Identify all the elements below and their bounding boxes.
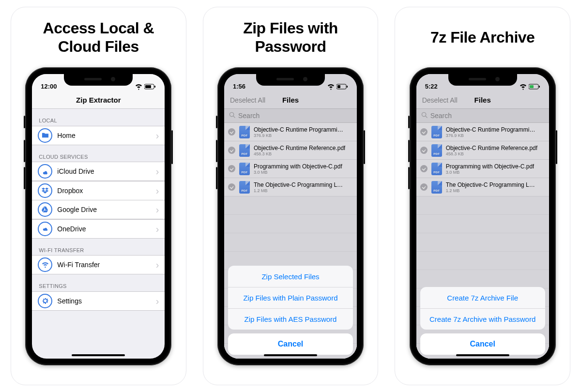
showcase-panel-3: 7z File Archive 5:22 Deselect All Files … bbox=[395, 7, 570, 385]
status-time: 12:00 bbox=[41, 83, 57, 90]
pdf-icon bbox=[431, 144, 442, 157]
nav-bar: Deselect All Files bbox=[224, 91, 357, 109]
file-name: Programming with Objective-C.pdf bbox=[446, 163, 535, 170]
row-label: Dropbox bbox=[57, 187, 151, 195]
nav-title: Files bbox=[282, 96, 299, 104]
battery-icon bbox=[529, 83, 540, 90]
sheet-cancel-button[interactable]: Cancel bbox=[228, 333, 353, 355]
nav-title: Files bbox=[474, 96, 491, 104]
row-wifi-transfer[interactable]: Wi-Fi Transfer › bbox=[32, 255, 165, 274]
section-header-cloud: CLOUD SERVICES bbox=[32, 145, 165, 162]
sheet-option-7z-password[interactable]: Create 7z Archive with Password bbox=[420, 308, 545, 330]
row-home[interactable]: Home › bbox=[32, 126, 165, 145]
sheet-option-7z[interactable]: Create 7z Archive File bbox=[420, 287, 545, 308]
check-icon[interactable] bbox=[420, 128, 428, 136]
search-placeholder: Search bbox=[238, 112, 260, 120]
nav-bar: Zip Extractor bbox=[32, 91, 165, 109]
battery-icon bbox=[336, 83, 348, 90]
search-bar[interactable]: Search bbox=[224, 109, 357, 123]
home-indicator[interactable] bbox=[72, 354, 125, 356]
file-name: Objective-C Runtime Reference.pdf bbox=[446, 145, 537, 151]
action-sheet: Create 7z Archive File Create 7z Archive… bbox=[416, 283, 549, 359]
file-size: 3.0 MB bbox=[254, 170, 342, 175]
status-time: 5:22 bbox=[425, 83, 438, 90]
file-size: 458.3 KB bbox=[446, 151, 537, 156]
file-row[interactable]: Objective-C Runtime Reference.pdf458.3 K… bbox=[224, 141, 357, 160]
battery-icon bbox=[144, 83, 156, 90]
chevron-right-icon: › bbox=[156, 205, 159, 214]
chevron-right-icon: › bbox=[156, 296, 159, 306]
file-row[interactable]: Programming with Objective-C.pdf3.0 MB bbox=[416, 160, 549, 178]
file-row[interactable]: Programming with Objective-C.pdf3.0 MB bbox=[224, 160, 357, 178]
section-header-settings: SETTINGS bbox=[32, 274, 165, 291]
chevron-right-icon: › bbox=[156, 186, 159, 196]
phone-frame: 5:22 Deselect All Files Search Objective… bbox=[410, 67, 556, 365]
home-indicator[interactable] bbox=[456, 354, 509, 356]
file-name: Objective-C Runtime Reference.pdf bbox=[254, 145, 345, 151]
file-name: The Objective-C Programming Lan… bbox=[254, 181, 346, 188]
status-time: 1:56 bbox=[233, 83, 245, 90]
search-icon bbox=[229, 112, 235, 120]
check-icon[interactable] bbox=[228, 165, 235, 172]
row-settings[interactable]: Settings › bbox=[32, 291, 165, 311]
row-label: Google Drive bbox=[57, 206, 151, 213]
chevron-right-icon: › bbox=[156, 131, 159, 140]
wifi-icon bbox=[38, 257, 52, 272]
home-indicator[interactable] bbox=[264, 354, 317, 356]
sheet-cancel-button[interactable]: Cancel bbox=[420, 333, 545, 355]
panel-caption: 7z File Archive bbox=[430, 18, 535, 58]
pdf-icon bbox=[239, 144, 250, 157]
row-label: Settings bbox=[57, 297, 151, 305]
check-icon[interactable] bbox=[420, 147, 428, 154]
row-label: Wi-Fi Transfer bbox=[57, 261, 151, 269]
file-row[interactable]: Objective-C Runtime Programmin…376.9 KB bbox=[416, 123, 549, 141]
showcase-panel-1: Access Local & Cloud Files 12:00 Zip Ext… bbox=[11, 7, 186, 385]
row-label: OneDrive bbox=[57, 225, 151, 233]
row-onedrive[interactable]: OneDrive › bbox=[32, 219, 165, 239]
row-dropbox[interactable]: Dropbox › bbox=[32, 181, 165, 200]
notch bbox=[256, 74, 325, 86]
file-name: Programming with Objective-C.pdf bbox=[254, 163, 342, 170]
row-google-drive[interactable]: Google Drive › bbox=[32, 200, 165, 219]
sheet-option-zip-aes-password[interactable]: Zip Files with AES Password bbox=[228, 308, 353, 330]
chevron-right-icon: › bbox=[156, 166, 159, 176]
phone-frame: 12:00 Zip Extractor LOCAL Home › CLOUD S… bbox=[25, 67, 171, 365]
sheet-option-zip-plain-password[interactable]: Zip Files with Plain Password bbox=[228, 287, 353, 308]
file-size: 1.2 MB bbox=[446, 188, 538, 193]
file-row[interactable]: The Objective-C Programming Lan…1.2 MB bbox=[224, 178, 357, 196]
folder-icon bbox=[38, 128, 52, 143]
deselect-all-button[interactable]: Deselect All bbox=[422, 96, 458, 104]
phone-frame: 1:56 Deselect All Files Search Objective… bbox=[217, 67, 364, 365]
check-icon[interactable] bbox=[420, 165, 428, 172]
file-size: 3.0 MB bbox=[446, 170, 535, 175]
check-icon[interactable] bbox=[228, 128, 235, 136]
check-icon[interactable] bbox=[228, 147, 235, 154]
wifi-icon bbox=[327, 83, 335, 90]
file-name: Objective-C Runtime Programmin… bbox=[254, 126, 346, 133]
check-icon[interactable] bbox=[420, 183, 428, 191]
chevron-right-icon: › bbox=[156, 224, 159, 234]
pdf-icon bbox=[431, 163, 442, 175]
deselect-all-button[interactable]: Deselect All bbox=[230, 96, 265, 104]
pdf-icon bbox=[239, 163, 250, 175]
chevron-right-icon: › bbox=[156, 260, 159, 270]
search-bar[interactable]: Search bbox=[416, 109, 549, 123]
panel-caption: Access Local & Cloud Files bbox=[20, 18, 177, 58]
sheet-option-zip[interactable]: Zip Selected Files bbox=[228, 266, 353, 287]
file-row[interactable]: Objective-C Runtime Reference.pdf458.3 K… bbox=[416, 141, 549, 160]
dropbox-icon bbox=[38, 183, 52, 198]
showcase-panel-2: Zip Files with Password 1:56 Deselect Al… bbox=[203, 7, 379, 385]
check-icon[interactable] bbox=[228, 183, 235, 191]
action-sheet: Zip Selected Files Zip Files with Plain … bbox=[224, 262, 357, 359]
row-label: iCloud Drive bbox=[57, 167, 151, 175]
file-name: The Objective-C Programming Lan… bbox=[446, 181, 538, 188]
pdf-icon bbox=[431, 126, 442, 138]
file-size: 458.3 KB bbox=[254, 151, 345, 156]
pdf-icon bbox=[239, 181, 250, 194]
row-icloud[interactable]: iCloud Drive › bbox=[32, 162, 165, 181]
wifi-icon bbox=[135, 83, 142, 90]
nav-bar: Deselect All Files bbox=[416, 91, 549, 109]
file-row[interactable]: Objective-C Runtime Programmin…376.9 KB bbox=[224, 123, 357, 141]
cloud-icon bbox=[38, 164, 52, 179]
file-row[interactable]: The Objective-C Programming Lan…1.2 MB bbox=[416, 178, 549, 196]
